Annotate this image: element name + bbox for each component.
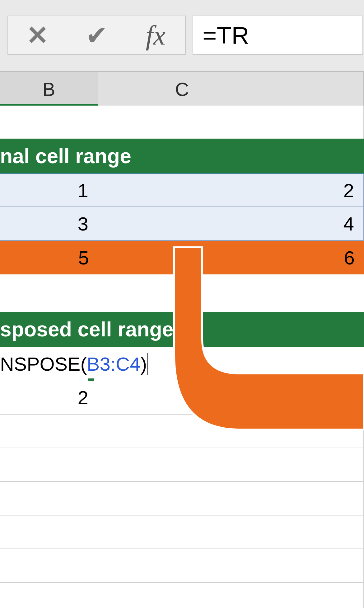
section-header-label: sposed cell range xyxy=(0,317,174,341)
cell[interactable] xyxy=(266,415,364,448)
cell-B9[interactable]: 2 xyxy=(0,381,98,415)
cell-B4[interactable]: 3 xyxy=(0,207,98,241)
formula-reference: B3:C4 xyxy=(87,353,140,375)
formula-bar-area: ✕ ✔ fx =TR xyxy=(0,0,364,71)
cell[interactable] xyxy=(266,515,364,549)
grid-row xyxy=(0,549,364,583)
cell[interactable] xyxy=(266,106,364,139)
cell[interactable] xyxy=(0,415,98,448)
cell[interactable] xyxy=(0,549,98,583)
cell[interactable] xyxy=(0,583,98,608)
cancel-icon[interactable]: ✕ xyxy=(14,16,61,54)
cell[interactable] xyxy=(98,515,266,549)
grid-row xyxy=(0,106,364,139)
cell[interactable] xyxy=(0,274,364,312)
cell[interactable] xyxy=(266,583,364,608)
cell-B8-editing[interactable]: NSPOSE(B3:C4) xyxy=(0,347,364,381)
formula-prefix: NSPOSE( xyxy=(0,353,87,375)
cell[interactable] xyxy=(0,482,98,515)
cell[interactable] xyxy=(266,482,364,515)
cell[interactable] xyxy=(98,106,266,139)
formula-input[interactable]: =TR xyxy=(193,16,363,55)
grid-row xyxy=(0,482,364,515)
cell[interactable] xyxy=(0,515,98,549)
formula-input-text: =TR xyxy=(203,21,249,50)
text-caret xyxy=(147,353,148,375)
cell-C9[interactable]: 4 xyxy=(98,381,364,415)
cell-C5[interactable]: 6 xyxy=(98,241,364,274)
cell[interactable] xyxy=(266,448,364,482)
grid-row xyxy=(0,415,364,448)
enter-icon[interactable]: ✔ xyxy=(73,16,120,54)
cell[interactable] xyxy=(98,583,266,608)
grid-row: NSPOSE(B3:C4) xyxy=(0,347,364,381)
cell-B5[interactable]: 5 xyxy=(0,241,98,274)
grid-row xyxy=(0,274,364,312)
cell-C3[interactable]: 2 xyxy=(98,173,364,207)
section-header-original[interactable]: nal cell range xyxy=(0,139,364,173)
cell[interactable] xyxy=(0,448,98,482)
grid-row xyxy=(0,515,364,549)
grid-row: sposed cell range xyxy=(0,312,364,347)
grid-row xyxy=(0,448,364,482)
cell-B3[interactable]: 1 xyxy=(0,173,98,207)
column-header-C[interactable]: C xyxy=(98,72,266,106)
column-headers: B C xyxy=(0,71,364,106)
cell[interactable] xyxy=(98,549,266,583)
fx-icon[interactable]: fx xyxy=(132,16,179,54)
section-header-label: nal cell range xyxy=(0,144,131,168)
cell[interactable] xyxy=(98,482,266,515)
grid-row: 3 4 xyxy=(0,207,364,241)
cell[interactable] xyxy=(98,415,266,448)
grid-row: 5 6 xyxy=(0,241,364,274)
cell-C4[interactable]: 4 xyxy=(98,207,364,241)
formula-suffix: ) xyxy=(140,353,147,375)
fill-handle[interactable] xyxy=(88,378,94,381)
section-header-transposed[interactable]: sposed cell range xyxy=(0,312,364,347)
cell[interactable] xyxy=(0,106,98,139)
formula-buttons-box: ✕ ✔ fx xyxy=(7,16,186,55)
formula-cell-text: NSPOSE(B3:C4) xyxy=(0,347,148,381)
cell[interactable] xyxy=(98,448,266,482)
grid-row: 1 2 xyxy=(0,173,364,207)
grid-row: 2 4 xyxy=(0,381,364,415)
grid-row xyxy=(0,583,364,608)
cell[interactable] xyxy=(266,549,364,583)
column-header-D[interactable] xyxy=(266,72,364,106)
grid-row: nal cell range xyxy=(0,139,364,173)
column-header-B[interactable]: B xyxy=(0,72,98,106)
grid-area: nal cell range 1 2 3 4 5 6 sposed cell r… xyxy=(0,106,364,608)
